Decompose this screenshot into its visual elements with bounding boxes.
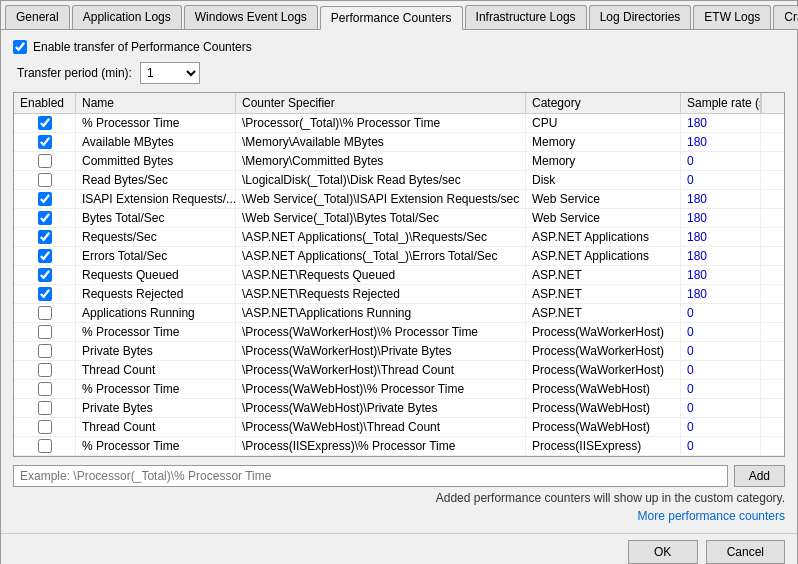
category-cell-17: Process(IISExpress) <box>526 437 681 455</box>
name-cell-11: % Processor Time <box>76 323 236 341</box>
enabled-cell-16 <box>14 418 76 436</box>
row-checkbox-2[interactable] <box>38 154 52 168</box>
name-cell-7: Errors Total/Sec <box>76 247 236 265</box>
ok-button[interactable]: OK <box>628 540 698 564</box>
table-row[interactable]: % Processor Time\Process(WaWorkerHost)\%… <box>14 323 784 342</box>
row-checkbox-6[interactable] <box>38 230 52 244</box>
category-cell-5: Web Service <box>526 209 681 227</box>
table-row[interactable]: % Processor Time\Process(IISExpress)\% P… <box>14 437 784 456</box>
sample-rate-cell-4: 180 <box>681 190 761 208</box>
tab-infrastructure-logs[interactable]: Infrastructure Logs <box>465 5 587 29</box>
category-cell-2: Memory <box>526 152 681 170</box>
specifier-cell-10: \ASP.NET\Applications Running <box>236 304 526 322</box>
row-checkbox-0[interactable] <box>38 116 52 130</box>
enabled-cell-8 <box>14 266 76 284</box>
table-row[interactable]: Requests/Sec\ASP.NET Applications(_Total… <box>14 228 784 247</box>
add-row: Add <box>13 465 785 487</box>
enabled-cell-13 <box>14 361 76 379</box>
sample-rate-cell-11: 0 <box>681 323 761 341</box>
name-cell-4: ISAPI Extension Requests/... <box>76 190 236 208</box>
table-row[interactable]: Committed Bytes\Memory\Committed BytesMe… <box>14 152 784 171</box>
table-row[interactable]: Errors Total/Sec\ASP.NET Applications(_T… <box>14 247 784 266</box>
row-checkbox-5[interactable] <box>38 211 52 225</box>
sample-rate-cell-8: 180 <box>681 266 761 284</box>
table-row[interactable]: Private Bytes\Process(WaWebHost)\Private… <box>14 399 784 418</box>
cancel-button[interactable]: Cancel <box>706 540 785 564</box>
specifier-cell-2: \Memory\Committed Bytes <box>236 152 526 170</box>
table-row[interactable]: Applications Running\ASP.NET\Application… <box>14 304 784 323</box>
table-row[interactable]: Thread Count\Process(WaWebHost)\Thread C… <box>14 418 784 437</box>
table-row[interactable]: Read Bytes/Sec\LogicalDisk(_Total)\Disk … <box>14 171 784 190</box>
table-header-cell-0: Enabled <box>14 93 76 113</box>
row-checkbox-7[interactable] <box>38 249 52 263</box>
specifier-cell-7: \ASP.NET Applications(_Total_)\Errors To… <box>236 247 526 265</box>
sample-rate-cell-13: 0 <box>681 361 761 379</box>
category-cell-15: Process(WaWebHost) <box>526 399 681 417</box>
row-checkbox-17[interactable] <box>38 439 52 453</box>
tab-performance-counters[interactable]: Performance Counters <box>320 6 463 30</box>
specifier-cell-5: \Web Service(_Total)\Bytes Total/Sec <box>236 209 526 227</box>
table-row[interactable]: Requests Queued\ASP.NET\Requests QueuedA… <box>14 266 784 285</box>
category-cell-16: Process(WaWebHost) <box>526 418 681 436</box>
specifier-cell-6: \ASP.NET Applications(_Total_)\Requests/… <box>236 228 526 246</box>
enabled-cell-12 <box>14 342 76 360</box>
tab-application-logs[interactable]: Application Logs <box>72 5 182 29</box>
transfer-period-select[interactable]: 1 <box>140 62 200 84</box>
transfer-period-label: Transfer period (min): <box>17 66 132 80</box>
enable-checkbox[interactable] <box>13 40 27 54</box>
row-checkbox-10[interactable] <box>38 306 52 320</box>
tab-crash-dumps[interactable]: Crash Dumps <box>773 5 798 29</box>
specifier-cell-8: \ASP.NET\Requests Queued <box>236 266 526 284</box>
specifier-cell-15: \Process(WaWebHost)\Private Bytes <box>236 399 526 417</box>
tab-log-directories[interactable]: Log Directories <box>589 5 692 29</box>
row-checkbox-13[interactable] <box>38 363 52 377</box>
more-link[interactable]: More performance counters <box>13 509 785 523</box>
row-checkbox-8[interactable] <box>38 268 52 282</box>
table-row[interactable]: ISAPI Extension Requests/...\Web Service… <box>14 190 784 209</box>
row-checkbox-9[interactable] <box>38 287 52 301</box>
row-checkbox-3[interactable] <box>38 173 52 187</box>
table-row[interactable]: % Processor Time\Process(WaWebHost)\% Pr… <box>14 380 784 399</box>
table-row[interactable]: Thread Count\Process(WaWorkerHost)\Threa… <box>14 361 784 380</box>
enabled-cell-10 <box>14 304 76 322</box>
table-row[interactable]: Requests Rejected\ASP.NET\Requests Rejec… <box>14 285 784 304</box>
counter-input[interactable] <box>13 465 728 487</box>
row-checkbox-4[interactable] <box>38 192 52 206</box>
table-body[interactable]: % Processor Time\Processor(_Total)\% Pro… <box>14 114 784 456</box>
enabled-cell-5 <box>14 209 76 227</box>
row-checkbox-15[interactable] <box>38 401 52 415</box>
table-row[interactable]: Private Bytes\Process(WaWorkerHost)\Priv… <box>14 342 784 361</box>
enabled-cell-0 <box>14 114 76 132</box>
table-row[interactable]: % Processor Time\Processor(_Total)\% Pro… <box>14 114 784 133</box>
enabled-cell-7 <box>14 247 76 265</box>
enabled-cell-6 <box>14 228 76 246</box>
row-checkbox-11[interactable] <box>38 325 52 339</box>
row-checkbox-14[interactable] <box>38 382 52 396</box>
sample-rate-cell-1: 180 <box>681 133 761 151</box>
specifier-cell-0: \Processor(_Total)\% Processor Time <box>236 114 526 132</box>
specifier-cell-14: \Process(WaWebHost)\% Processor Time <box>236 380 526 398</box>
table-header-cell-3: Category <box>526 93 681 113</box>
category-cell-13: Process(WaWorkerHost) <box>526 361 681 379</box>
table-row[interactable]: Bytes Total/Sec\Web Service(_Total)\Byte… <box>14 209 784 228</box>
table-header-cell-2: Counter Specifier <box>236 93 526 113</box>
tab-general[interactable]: General <box>5 5 70 29</box>
enabled-cell-9 <box>14 285 76 303</box>
row-checkbox-16[interactable] <box>38 420 52 434</box>
tab-etw-logs[interactable]: ETW Logs <box>693 5 771 29</box>
specifier-cell-3: \LogicalDisk(_Total)\Disk Read Bytes/sec <box>236 171 526 189</box>
bottom-buttons: OK Cancel <box>1 533 797 564</box>
table-row[interactable]: Available MBytes\Memory\Available MBytes… <box>14 133 784 152</box>
tab-windows-event-logs[interactable]: Windows Event Logs <box>184 5 318 29</box>
specifier-cell-12: \Process(WaWorkerHost)\Private Bytes <box>236 342 526 360</box>
specifier-cell-13: \Process(WaWorkerHost)\Thread Count <box>236 361 526 379</box>
category-cell-4: Web Service <box>526 190 681 208</box>
row-checkbox-12[interactable] <box>38 344 52 358</box>
row-checkbox-1[interactable] <box>38 135 52 149</box>
add-button[interactable]: Add <box>734 465 785 487</box>
specifier-cell-4: \Web Service(_Total)\ISAPI Extension Req… <box>236 190 526 208</box>
name-cell-6: Requests/Sec <box>76 228 236 246</box>
table-header: EnabledNameCounter SpecifierCategorySamp… <box>14 93 784 114</box>
category-cell-1: Memory <box>526 133 681 151</box>
name-cell-14: % Processor Time <box>76 380 236 398</box>
